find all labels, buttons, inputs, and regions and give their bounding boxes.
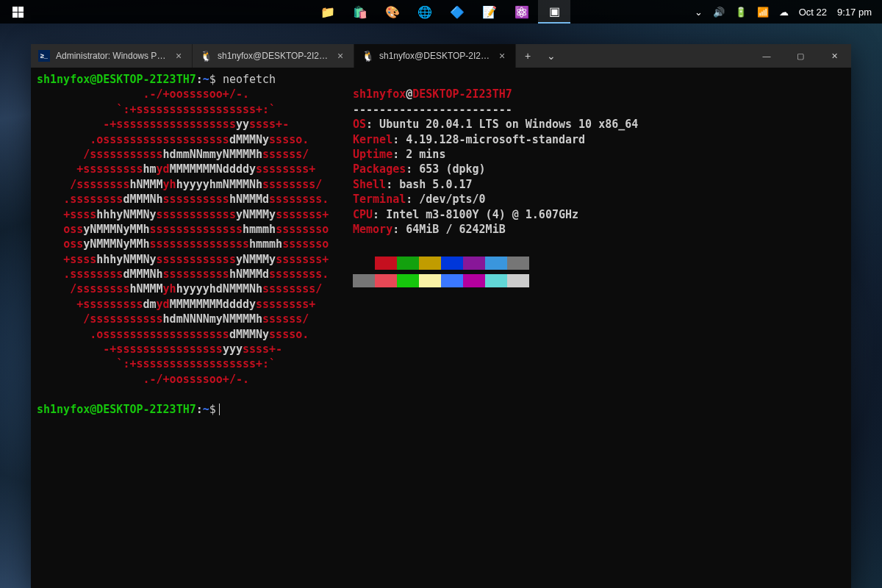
terminal-body[interactable]: sh1nyfox@DESKTOP-2I23TH7:~$ neofetch .-/… [31, 68, 851, 588]
prompt-line: sh1nyfox@DESKTOP-2I23TH7:~$ [37, 403, 220, 416]
taskbar-atom-icon[interactable]: ⚛️ [506, 0, 538, 24]
new-tab-button[interactable]: + [516, 50, 539, 62]
tray-wifi-icon[interactable]: 📶 [757, 7, 769, 18]
window-controls: — ▢ ✕ [750, 44, 851, 68]
start-button[interactable] [0, 0, 35, 24]
taskbar-terminal-icon[interactable]: ▣ [538, 0, 570, 24]
tab-wsl-1[interactable]: 🐧 sh1nyfox@DESKTOP-2I23TH7: / × [193, 44, 354, 68]
tab-dropdown-button[interactable]: ⌄ [539, 50, 563, 62]
close-button[interactable]: ✕ [817, 44, 851, 68]
taskbar: 📁 🛍️ 🎨 🌐 🔷 📝 ⚛️ ▣ ⌄ 🔊 🔋 📶 ☁ Oct 22 9:17 … [0, 0, 882, 24]
tab-powershell[interactable]: ≥_ Administrator: Windows PowerS × [31, 44, 193, 68]
terminal-window: ≥_ Administrator: Windows PowerS × 🐧 sh1… [31, 44, 851, 588]
titlebar: ≥_ Administrator: Windows PowerS × 🐧 sh1… [31, 44, 851, 68]
close-icon[interactable]: × [334, 50, 346, 62]
tray-time[interactable]: 9:17 pm [837, 7, 872, 18]
minimize-button[interactable]: — [750, 44, 784, 68]
taskbar-pinned-apps: 📁 🛍️ 🎨 🌐 🔷 📝 ⚛️ ▣ [312, 0, 570, 24]
system-tray: ⌄ 🔊 🔋 📶 ☁ Oct 22 9:17 pm [695, 7, 882, 18]
taskbar-chrome-icon[interactable]: 🌐 [409, 0, 441, 24]
tab-wsl-2[interactable]: 🐧 sh1nyfox@DESKTOP-2I23TH7: ~ × [354, 44, 516, 68]
close-icon[interactable]: × [173, 50, 184, 62]
tab-strip: ≥_ Administrator: Windows PowerS × 🐧 sh1… [31, 44, 516, 68]
color-palette-light [353, 274, 845, 287]
tray-volume-icon[interactable]: 🔊 [713, 7, 725, 18]
windows-logo-icon [12, 7, 24, 18]
prompt-line: sh1nyfox@DESKTOP-2I23TH7:~$ neofetch [37, 73, 276, 86]
neofetch-info: sh1nyfox@DESKTOP-2I23TH7 ---------------… [353, 87, 845, 387]
color-palette-dark [353, 257, 845, 270]
tray-cloud-icon[interactable]: ☁ [779, 7, 789, 18]
tray-battery-icon[interactable]: 🔋 [735, 7, 747, 18]
tab-title: sh1nyfox@DESKTOP-2I23TH7: ~ [379, 51, 490, 61]
taskbar-notes-icon[interactable]: 📝 [473, 0, 506, 24]
close-icon[interactable]: × [496, 50, 508, 62]
taskbar-powershell-icon[interactable]: 🔷 [441, 0, 473, 24]
tab-title: sh1nyfox@DESKTOP-2I23TH7: / [218, 51, 329, 61]
tray-expand-icon[interactable]: ⌄ [695, 7, 703, 18]
taskbar-app-icon[interactable]: 🎨 [376, 0, 409, 24]
tray-date[interactable]: Oct 22 [799, 7, 827, 18]
powershell-icon: ≥_ [38, 50, 50, 62]
tab-title: Administrator: Windows PowerS [56, 51, 167, 61]
command-text: neofetch [223, 73, 276, 86]
cursor [219, 404, 220, 415]
maximize-button[interactable]: ▢ [784, 44, 817, 68]
tux-icon: 🐧 [200, 50, 212, 62]
neofetch-ascii: .-/+oossssoo+/-. `:+ssssssssssssssssss+:… [37, 87, 353, 387]
tux-icon: 🐧 [362, 50, 373, 62]
taskbar-folder-icon[interactable]: 📁 [312, 0, 344, 24]
taskbar-store-icon[interactable]: 🛍️ [344, 0, 376, 24]
